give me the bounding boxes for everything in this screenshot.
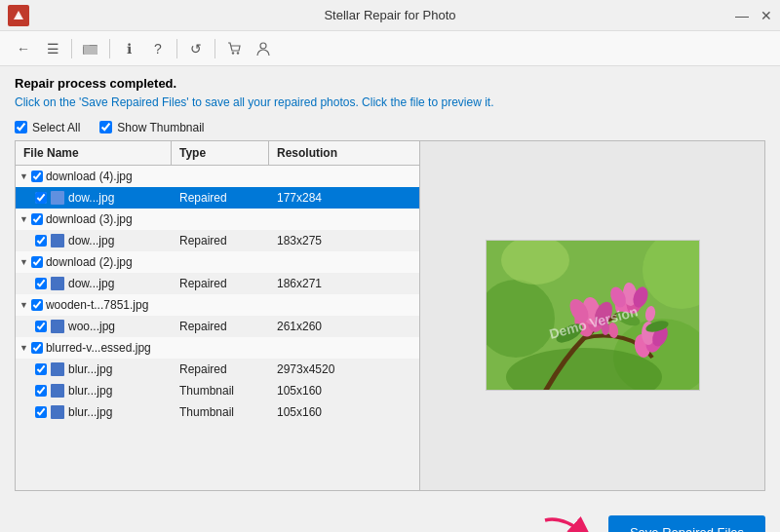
file-icon — [51, 320, 64, 333]
file-resolution-cell: 261x260 — [269, 320, 367, 333]
file-type-cell: Thumbnail — [172, 384, 269, 398]
minimize-button[interactable]: — — [735, 8, 749, 23]
window-controls: — ✕ — [735, 8, 772, 23]
show-thumbnail-option[interactable]: Show Thumbnail — [99, 121, 204, 134]
chevron-icon: ▼ — [20, 171, 28, 181]
titlebar: Stellar Repair for Photo — ✕ — [0, 0, 780, 31]
folder-button[interactable] — [77, 35, 104, 62]
file-resolution-cell: 2973x4520 — [269, 362, 367, 376]
show-thumbnail-checkbox[interactable] — [99, 121, 112, 133]
purchase-button[interactable] — [220, 35, 248, 62]
toolbar-separator-4 — [214, 39, 215, 58]
back-button[interactable]: ← — [10, 35, 37, 62]
refresh-button[interactable]: ↺ — [182, 35, 210, 62]
group-checkbox[interactable] — [31, 213, 43, 225]
file-name-cell: woo...jpg — [16, 320, 172, 333]
file-list-pane: File Name Type Resolution ▼ download (4)… — [16, 141, 420, 490]
svg-rect-3 — [84, 46, 98, 55]
svg-point-5 — [237, 52, 239, 54]
column-resolution: Resolution — [269, 141, 367, 165]
file-icon — [51, 405, 64, 419]
file-icon — [51, 234, 64, 247]
group-row[interactable]: ▼ download (2).jpg — [16, 251, 419, 273]
file-type-cell: Repaired — [172, 362, 269, 376]
file-icon — [51, 362, 64, 376]
svg-point-0 — [17, 16, 20, 19]
chevron-icon: ▼ — [20, 214, 28, 224]
file-name-cell: blur...jpg — [16, 384, 172, 398]
file-checkbox[interactable] — [35, 235, 47, 247]
table-header: File Name Type Resolution — [16, 141, 419, 166]
file-checkbox[interactable] — [35, 278, 47, 289]
file-checkbox[interactable] — [35, 406, 47, 418]
file-icon — [51, 277, 64, 290]
status-title: Repair process completed. — [15, 76, 765, 91]
group-checkbox[interactable] — [31, 342, 43, 354]
table-row[interactable]: blur...jpg Thumbnail 105x160 — [16, 401, 419, 423]
preview-image: Demo Version — [487, 241, 700, 391]
account-button[interactable] — [250, 35, 277, 62]
select-all-label: Select All — [32, 121, 80, 134]
select-all-checkbox[interactable] — [15, 121, 27, 133]
info-button[interactable]: ℹ — [115, 35, 142, 62]
file-checkbox[interactable] — [35, 192, 47, 204]
file-name-cell: dow...jpg — [16, 234, 172, 247]
file-name-cell: blur...jpg — [16, 405, 172, 419]
file-type-cell: Repaired — [172, 320, 269, 333]
app-title: Stellar Repair for Photo — [324, 8, 455, 22]
file-type-cell: Repaired — [172, 277, 269, 290]
status-description: Click on the 'Save Repaired Files' to sa… — [15, 95, 765, 111]
file-name-cell: blur...jpg — [16, 362, 172, 376]
group-name: ▼ download (4).jpg — [16, 170, 172, 183]
chevron-icon: ▼ — [20, 343, 28, 353]
group-name: ▼ blurred-v...essed.jpg — [16, 341, 172, 355]
toolbar-separator-3 — [176, 39, 177, 58]
group-row[interactable]: ▼ blurred-v...essed.jpg — [16, 337, 419, 359]
file-type-cell: Repaired — [172, 234, 269, 247]
svg-point-6 — [260, 43, 266, 49]
split-pane: File Name Type Resolution ▼ download (4)… — [15, 140, 765, 491]
chevron-icon: ▼ — [20, 300, 28, 310]
help-button[interactable]: ? — [144, 35, 172, 62]
table-row[interactable]: dow...jpg Repaired 186x271 — [16, 273, 419, 294]
close-button[interactable]: ✕ — [760, 8, 772, 23]
column-filename: File Name — [16, 141, 172, 165]
group-name: ▼ download (2).jpg — [16, 255, 172, 269]
file-name-cell: dow...jpg — [16, 191, 172, 205]
select-all-option[interactable]: Select All — [15, 121, 80, 134]
file-resolution-cell: 183x275 — [269, 234, 367, 247]
arrow-indicator — [535, 511, 604, 532]
group-checkbox[interactable] — [31, 299, 43, 311]
file-checkbox[interactable] — [35, 321, 47, 332]
group-row[interactable]: ▼ download (4).jpg — [16, 166, 419, 187]
toolbar-separator-1 — [71, 39, 72, 58]
toolbar-separator-2 — [109, 39, 110, 58]
group-row[interactable]: ▼ wooden-t...7851.jpg — [16, 294, 419, 316]
app-logo — [8, 5, 29, 26]
file-type-cell: Repaired — [172, 191, 269, 205]
table-row[interactable]: blur...jpg Thumbnail 105x160 — [16, 380, 419, 401]
main-content: Repair process completed. Click on the '… — [0, 66, 780, 501]
titlebar-left — [8, 5, 29, 26]
options-row: Select All Show Thumbnail — [15, 121, 765, 134]
table-body: ▼ download (4).jpg dow...jpg Repaired 17… — [16, 166, 419, 490]
file-checkbox[interactable] — [35, 363, 47, 375]
table-row[interactable]: blur...jpg Repaired 2973x4520 — [16, 359, 419, 380]
file-resolution-cell: 105x160 — [269, 405, 367, 419]
file-icon — [51, 191, 64, 205]
table-row[interactable]: dow...jpg Repaired 177x284 — [16, 187, 419, 209]
group-row[interactable]: ▼ download (3).jpg — [16, 209, 419, 230]
file-resolution-cell: 186x271 — [269, 277, 367, 290]
table-row[interactable]: dow...jpg Repaired 183x275 — [16, 230, 419, 251]
preview-image-container: Demo Version — [486, 240, 700, 391]
chevron-icon: ▼ — [20, 257, 28, 267]
file-resolution-cell: 105x160 — [269, 384, 367, 398]
file-checkbox[interactable] — [35, 385, 47, 397]
table-row[interactable]: woo...jpg Repaired 261x260 — [16, 316, 419, 337]
preview-pane: Demo Version — [420, 141, 764, 490]
menu-button[interactable]: ☰ — [39, 35, 66, 62]
group-checkbox[interactable] — [31, 171, 43, 182]
group-checkbox[interactable] — [31, 256, 43, 268]
save-repaired-files-button[interactable]: Save Repaired Files — [608, 515, 765, 532]
column-type: Type — [172, 141, 269, 165]
